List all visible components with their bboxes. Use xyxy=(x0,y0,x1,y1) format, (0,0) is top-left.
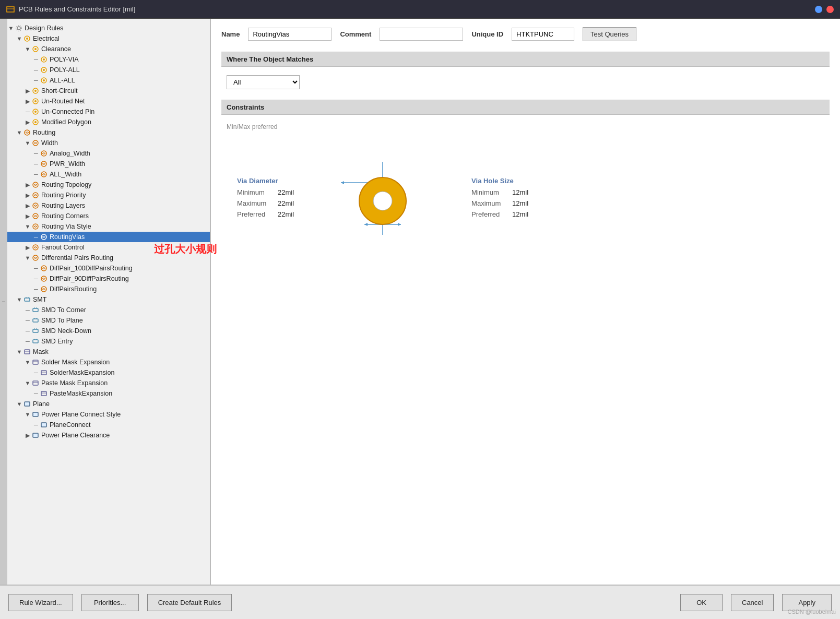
tree-item-poly-via[interactable]: ─ POLY-VIA xyxy=(7,54,210,65)
tree-label-power-plane-clearance: Power Plane Clearance xyxy=(41,432,110,439)
tree-icon-routing-via-style xyxy=(31,222,40,231)
svg-point-32 xyxy=(41,234,46,240)
tree-item-all-all[interactable]: ─ ALL-ALL xyxy=(7,75,210,86)
tree-item-smd-neck-down[interactable]: ─ SMD Neck-Down xyxy=(7,326,210,336)
tree-item-pwr-width[interactable]: ─ PWR_Width xyxy=(7,159,210,169)
priorities-button[interactable]: Priorities... xyxy=(81,594,139,611)
tree-item-all-width[interactable]: ─ ALL_Width xyxy=(7,169,210,180)
tree-icon-routing-priority xyxy=(31,191,40,199)
tree-item-paste-mask-expansion[interactable]: ▼ Paste Mask Expansion xyxy=(7,378,210,388)
expander[interactable]: ▶ xyxy=(24,119,31,126)
expander[interactable]: ▼ xyxy=(24,140,31,146)
tree-item-power-plane-connect-style[interactable]: ▼ Power Plane Connect Style xyxy=(7,409,210,420)
comment-input[interactable] xyxy=(380,28,463,41)
tree-item-diffpair-100[interactable]: ─ DiffPair_100DiffPairsRouting xyxy=(7,263,210,273)
expander[interactable]: ▼ xyxy=(16,129,23,136)
tree-item-routing-corners[interactable]: ▶ Routing Corners xyxy=(7,211,210,221)
left-edge: I xyxy=(0,19,7,585)
expander[interactable]: ▶ xyxy=(24,88,31,94)
tree-icon-smt xyxy=(23,295,31,304)
expander[interactable]: ▶ xyxy=(24,192,31,199)
tree-label-poly-all: POLY-ALL xyxy=(50,66,80,74)
tree-item-width[interactable]: ▼ Width xyxy=(7,138,210,148)
expander[interactable]: ▼ xyxy=(16,296,23,303)
tree-item-un-connected-pin[interactable]: ─ Un-Connected Pin xyxy=(7,106,210,117)
tree-item-diff-pairs-routing[interactable]: ▼ Differential Pairs Routing xyxy=(7,253,210,263)
name-input[interactable] xyxy=(248,28,332,41)
tree-item-poly-all[interactable]: ─ POLY-ALL xyxy=(7,65,210,75)
expander[interactable]: ▼ xyxy=(24,411,31,418)
expander[interactable]: ▼ xyxy=(16,401,23,407)
expander[interactable]: ▶ xyxy=(24,244,31,251)
expander-empty: ─ xyxy=(32,56,40,63)
tree-item-smd-to-corner[interactable]: ─ SMD To Corner xyxy=(7,305,210,315)
tree-item-clearance[interactable]: ▼ Clearance xyxy=(7,44,210,54)
tree-item-routing[interactable]: ▼ Routing xyxy=(7,127,210,138)
expander[interactable]: ▼ xyxy=(24,46,31,52)
test-queries-button[interactable]: Test Queries xyxy=(583,27,636,41)
tree-item-modified-polygon[interactable]: ▶ Modified Polygon xyxy=(7,117,210,127)
svg-rect-64 xyxy=(33,412,38,416)
tree-item-pastemask-expansion[interactable]: ─ PasteMaskExpansion xyxy=(7,388,210,399)
tree-icon-power-plane-clearance xyxy=(31,431,40,439)
expander-empty: ─ xyxy=(32,390,40,397)
svg-rect-44 xyxy=(33,319,38,322)
tree-item-mask[interactable]: ▼ Mask xyxy=(7,347,210,357)
tree-item-plane-connect[interactable]: ─ PlaneConnect xyxy=(7,420,210,430)
expander-empty: ─ xyxy=(32,150,40,157)
expander[interactable]: ▼ xyxy=(24,255,31,261)
tree-item-un-routed-net[interactable]: ▶ Un-Routed Net xyxy=(7,96,210,106)
expander[interactable]: ▼ xyxy=(7,25,15,31)
via-diameter-min-row: Minimum 22mil xyxy=(237,187,294,198)
tree-item-routing-topology[interactable]: ▶ Routing Topology xyxy=(7,180,210,190)
tree-label-fanout-control: Fanout Control xyxy=(41,244,85,251)
tree-label-poly-via: POLY-VIA xyxy=(50,56,79,63)
tree-item-smd-entry[interactable]: ─ SMD Entry xyxy=(7,336,210,347)
ok-button[interactable]: OK xyxy=(680,594,723,611)
tree-item-plane[interactable]: ▼ Plane xyxy=(7,399,210,409)
expander[interactable]: ▼ xyxy=(16,35,23,42)
tree-item-fanout-control[interactable]: ▶ Fanout Control xyxy=(7,242,210,253)
where-section: All xyxy=(221,75,830,89)
tree-item-analog-width[interactable]: ─ Analog_Width xyxy=(7,148,210,159)
create-default-rules-button[interactable]: Create Default Rules xyxy=(147,594,232,611)
tree-item-routing-priority[interactable]: ▶ Routing Priority xyxy=(7,190,210,200)
tree-item-power-plane-clearance[interactable]: ▶ Power Plane Clearance xyxy=(7,430,210,441)
tree-item-electrical[interactable]: ▼ Electrical xyxy=(7,33,210,44)
cancel-button[interactable]: Cancel xyxy=(731,594,774,611)
expander[interactable]: ▼ xyxy=(16,349,23,355)
tree-item-diffpairs-routing[interactable]: ─ DiffPairsRouting xyxy=(7,284,210,294)
tree-item-routing-vias[interactable]: ─ RoutingVias xyxy=(7,232,210,242)
tree-item-short-circuit[interactable]: ▶ Short-Circuit xyxy=(7,86,210,96)
expander[interactable]: ▼ xyxy=(24,380,31,386)
expander-empty: ─ xyxy=(24,307,31,313)
svg-rect-63 xyxy=(25,402,30,406)
tree-item-diffpair-90[interactable]: ─ DiffPair_90DiffPairsRouting xyxy=(7,273,210,284)
tree-item-design-rules[interactable]: ▼ Design Rules xyxy=(7,23,210,33)
tree-item-soldermask-expansion[interactable]: ─ SolderMaskExpansion xyxy=(7,367,210,378)
expander[interactable]: ▶ xyxy=(24,213,31,220)
expander[interactable]: ▶ xyxy=(24,182,31,188)
tree-item-routing-layers[interactable]: ▶ Routing Layers xyxy=(7,200,210,211)
rule-wizard-button[interactable]: Rule Wizard... xyxy=(8,594,73,611)
tree-container: ▼ Design Rules▼ Electrical▼ Clearance─ P… xyxy=(7,23,210,441)
tree-item-solder-mask-expansion[interactable]: ▼ Solder Mask Expansion xyxy=(7,357,210,367)
tree-item-routing-via-style[interactable]: ▼ Routing Via Style xyxy=(7,221,210,232)
expander[interactable]: ▼ xyxy=(24,223,31,230)
close-button[interactable] xyxy=(826,6,834,13)
expander[interactable]: ▶ xyxy=(24,432,31,439)
tree-icon-design-rules xyxy=(15,24,23,32)
via-hole-specs: Via Hole Size Minimum 12mil Maximum 12mi… xyxy=(471,177,528,220)
unique-id-input[interactable] xyxy=(512,28,574,41)
tree-item-smd-to-plane[interactable]: ─ SMD To Plane xyxy=(7,315,210,326)
svg-point-31 xyxy=(33,224,38,229)
expander[interactable]: ▶ xyxy=(24,98,31,105)
object-matches-dropdown[interactable]: All xyxy=(227,75,300,89)
expander-empty: ─ xyxy=(32,234,40,240)
svg-point-3 xyxy=(16,26,22,31)
minimize-button[interactable] xyxy=(815,6,822,13)
tree-item-smt[interactable]: ▼ SMT xyxy=(7,294,210,305)
expander[interactable]: ▼ xyxy=(24,359,31,365)
expander[interactable]: ▶ xyxy=(24,203,31,209)
svg-rect-55 xyxy=(33,360,38,364)
